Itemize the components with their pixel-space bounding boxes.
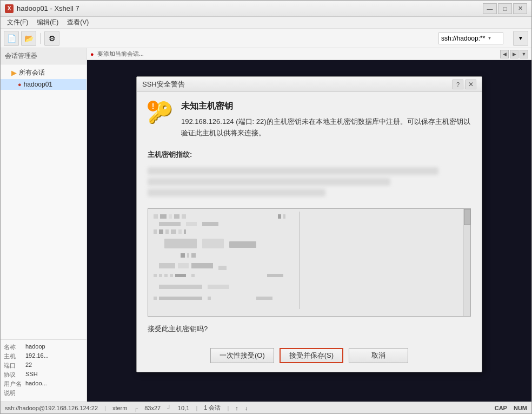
toolbar-right-arrow[interactable]: ▼ <box>513 31 528 46</box>
svg-rect-17 <box>164 239 197 248</box>
prop-protocol-row: 协议 SSH <box>4 371 83 379</box>
key-viz-scroll-thumb <box>464 209 470 225</box>
modal-header-content: 未知主机密钥 192.168.126.124 (端口: 22)的主机密钥未在本地… <box>181 101 471 139</box>
svg-rect-8 <box>159 222 181 226</box>
svg-rect-28 <box>159 274 162 277</box>
svg-rect-18 <box>202 239 224 248</box>
status-position: 10,1 <box>178 405 189 411</box>
svg-rect-38 <box>208 297 211 300</box>
fingerprint-row-1 <box>148 167 438 175</box>
title-bar: X hadoop01 - Xshell 7 — □ ✕ <box>1 1 531 17</box>
svg-rect-9 <box>186 222 197 226</box>
maximize-button[interactable]: □ <box>498 3 512 14</box>
svg-rect-27 <box>154 274 157 277</box>
prop-username-label: 用户名 <box>4 380 25 388</box>
nav-left-btn[interactable]: ◀ <box>500 50 509 58</box>
status-num: NUM <box>514 405 527 411</box>
svg-rect-25 <box>191 263 213 268</box>
svg-rect-31 <box>175 274 186 277</box>
modal-title-text: SSH安全警告 <box>142 80 453 89</box>
all-sessions-label: 所有会话 <box>19 68 45 77</box>
terminal-area: SSH安全警告 ? ✕ 🔑 ! <box>87 60 531 402</box>
sidebar-item-hadoop01[interactable]: ● hadoop01 <box>1 79 87 90</box>
svg-rect-23 <box>159 263 175 268</box>
close-button[interactable]: ✕ <box>513 3 527 14</box>
svg-rect-10 <box>202 222 218 226</box>
modal-help-button[interactable]: ? <box>453 80 463 89</box>
app-icon: X <box>5 4 14 13</box>
nav-right-btn[interactable]: ▶ <box>510 50 518 58</box>
prop-host-value: 192.16... <box>25 352 49 360</box>
menu-bar: 文件(F) 编辑(E) 查看(V) <box>1 17 531 29</box>
prop-host-label: 主机 <box>4 352 25 360</box>
session-dropdown[interactable]: ssh://hadoop:** <box>438 32 503 44</box>
toolbar-folder-btn[interactable]: 📂 <box>21 31 36 46</box>
prop-name-label: 名称 <box>4 343 25 351</box>
modal-close-button[interactable]: ✕ <box>466 80 476 89</box>
modal-overlay: SSH安全警告 ? ✕ 🔑 ! <box>87 60 531 402</box>
cancel-button[interactable]: 取消 <box>349 348 408 363</box>
nav-arrows: ◀ ▶ ▼ <box>500 50 528 58</box>
status-bar: ssh://hadoop@192.168.126.124:22 | xterm … <box>1 402 531 413</box>
prop-protocol-label: 协议 <box>4 371 25 379</box>
fingerprint-row-2 <box>148 178 390 186</box>
window-controls: — □ ✕ <box>483 3 527 14</box>
prop-port-value: 22 <box>25 362 32 370</box>
status-terminal: xterm <box>112 405 128 411</box>
svg-rect-16 <box>184 229 186 234</box>
status-cap: CAP <box>495 405 507 411</box>
svg-rect-12 <box>159 229 163 234</box>
svg-rect-30 <box>170 274 173 277</box>
key-viz-svg <box>148 209 463 316</box>
accept-question: 接受此主机密钥吗? <box>148 324 471 334</box>
fingerprint-label: 主机密钥指纹: <box>148 150 471 160</box>
prop-name-value: hadoop <box>25 343 45 351</box>
ssh-security-dialog: SSH安全警告 ? ✕ 🔑 ! <box>136 76 482 372</box>
properties-panel: 名称 hadoop 主机 192.16... 端口 22 协议 SSH 用户名 <box>1 339 87 402</box>
svg-rect-39 <box>256 297 272 300</box>
nav-down-btn[interactable]: ▼ <box>520 50 528 58</box>
modal-heading: 未知主机密钥 <box>181 101 471 112</box>
right-panel: ● 要添加当前会话... ◀ ▶ ▼ SSH安全警告 ? <box>87 48 531 402</box>
accept-save-button[interactable]: 接受并保存(S) <box>280 348 343 363</box>
svg-rect-22 <box>191 253 196 258</box>
status-scroll-up[interactable]: ↑ <box>235 405 238 411</box>
svg-rect-13 <box>165 229 169 234</box>
prop-name-row: 名称 hadoop <box>4 343 83 351</box>
add-session-label: 要添加当前会话... <box>97 50 144 58</box>
prop-protocol-value: SSH <box>25 371 38 379</box>
svg-rect-0 <box>154 214 158 219</box>
toolbar: 📄 📂 ⚙ ssh://hadoop:** ▼ <box>1 29 531 48</box>
svg-rect-2 <box>169 214 172 219</box>
warning-icon-container: 🔑 ! <box>148 101 174 127</box>
svg-rect-37 <box>159 297 202 300</box>
menu-view[interactable]: 查看(V) <box>63 17 93 28</box>
status-scroll-down[interactable]: ↓ <box>245 405 248 411</box>
svg-rect-29 <box>164 274 168 277</box>
toolbar-settings-btn[interactable]: ⚙ <box>44 31 59 46</box>
menu-edit[interactable]: 编辑(E) <box>32 17 63 28</box>
minimize-button[interactable]: — <box>483 3 497 14</box>
modal-description: 192.168.126.124 (端口: 22)的主机密钥未在本地主机密钥数据库… <box>181 116 471 139</box>
add-session-bar[interactable]: ● 要添加当前会话... ◀ ▶ ▼ <box>87 48 531 60</box>
prop-host-row: 主机 192.16... <box>4 352 83 360</box>
sidebar: 会话管理器 ▶ 所有会话 ● hadoop01 名称 hadoop <box>1 48 87 402</box>
svg-rect-5 <box>278 214 281 219</box>
menu-file[interactable]: 文件(F) <box>3 17 32 28</box>
prop-port-row: 端口 22 <box>4 362 83 370</box>
svg-rect-4 <box>182 214 186 219</box>
modal-title-bar: SSH安全警告 ? ✕ <box>137 77 482 92</box>
folder-icon: ▶ <box>11 69 17 77</box>
svg-rect-32 <box>191 274 195 277</box>
key-viz-scrollbar[interactable] <box>463 209 470 316</box>
sidebar-item-all-sessions[interactable]: ▶ 所有会话 <box>1 67 87 79</box>
toolbar-sep-1 <box>40 33 41 44</box>
once-accept-button[interactable]: 一次性接受(O) <box>210 348 274 363</box>
key-viz-mosaic <box>148 209 463 316</box>
prop-username-value: hadoo... <box>25 380 47 388</box>
toolbar-new-btn[interactable]: 📄 <box>4 31 19 46</box>
prop-desc-label: 说明 <box>4 389 25 397</box>
svg-rect-14 <box>171 229 176 234</box>
svg-rect-26 <box>218 266 227 270</box>
svg-rect-7 <box>300 212 300 309</box>
